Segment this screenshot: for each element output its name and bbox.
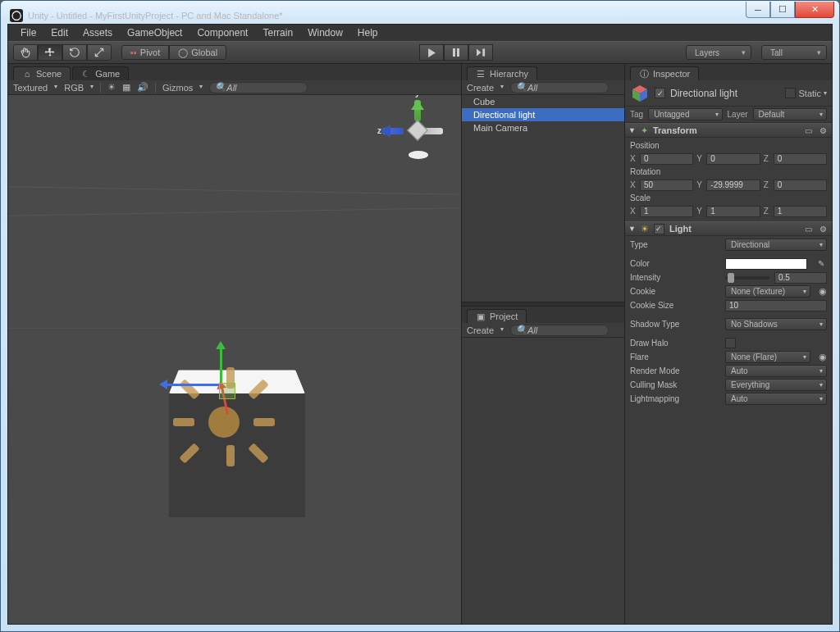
- tab-inspector[interactable]: ⓘInspector: [630, 66, 699, 80]
- intensity-field[interactable]: 0.5: [774, 272, 827, 284]
- pause-button[interactable]: [444, 44, 468, 61]
- scene-tabbar: ⌂Scene ☾Game: [8, 64, 461, 80]
- shading-dropdown[interactable]: Textured: [13, 83, 57, 93]
- app-root: File Edit Assets GameObject Component Te…: [7, 24, 833, 625]
- hierarchy-item-directional-light[interactable]: Directional light: [462, 108, 624, 121]
- gameobject-enabled-checkbox[interactable]: ✓: [655, 88, 665, 98]
- scale-z[interactable]: 1: [774, 206, 827, 217]
- culling-dropdown[interactable]: Everything: [725, 379, 827, 391]
- scene-subbar: Textured RGB ☀ ▦ 🔊 Gizmos 🔍All: [8, 80, 461, 95]
- window-titlebar[interactable]: ◯ Unity - Untitled - MyFirstUnityProject…: [7, 7, 833, 24]
- rotation-label: Rotation: [630, 166, 827, 178]
- intensity-slider[interactable]: 0.5: [725, 272, 827, 284]
- step-button[interactable]: [468, 44, 493, 61]
- menu-file[interactable]: File: [13, 25, 43, 40]
- hierarchy-item-cube[interactable]: Cube: [462, 95, 624, 108]
- menu-gameobject[interactable]: GameObject: [120, 25, 189, 40]
- hierarchy-item-main-camera[interactable]: Main Camera: [462, 121, 624, 134]
- rotation-z[interactable]: 0: [774, 180, 827, 191]
- gameobject-icon: [630, 84, 650, 103]
- light-enabled-checkbox[interactable]: ✓: [654, 224, 664, 234]
- menu-terrain[interactable]: Terrain: [255, 25, 300, 40]
- object-picker-icon[interactable]: ◉: [819, 352, 827, 362]
- scene-viewport[interactable]: y z: [8, 95, 461, 624]
- pivot-icon: ▪▪: [130, 48, 137, 57]
- hierarchy-create-dropdown[interactable]: Create: [467, 83, 504, 93]
- orient-center[interactable]: [407, 120, 427, 140]
- cookie-field[interactable]: None (Texture): [725, 285, 810, 298]
- hierarchy-subbar: Create 🔍All: [462, 80, 624, 95]
- orient-z-cone[interactable]: [382, 128, 404, 134]
- move-tool[interactable]: [38, 44, 62, 61]
- flare-field[interactable]: None (Flare): [725, 351, 810, 363]
- menu-window[interactable]: Window: [300, 25, 350, 40]
- static-toggle[interactable]: Static ▾: [785, 88, 827, 98]
- static-checkbox[interactable]: [785, 88, 796, 98]
- layout-dropdown[interactable]: Tall: [761, 45, 827, 60]
- maximize-button[interactable]: ☐: [770, 2, 795, 18]
- hierarchy-search[interactable]: 🔍All: [510, 82, 609, 93]
- gizmos-dropdown[interactable]: Gizmos: [162, 83, 203, 93]
- light-type-dropdown[interactable]: Directional: [725, 239, 827, 251]
- scale-y[interactable]: 1: [706, 206, 760, 217]
- hand-tool[interactable]: [13, 44, 38, 61]
- orientation-gizmo[interactable]: y z: [389, 100, 446, 166]
- scene-search[interactable]: 🔍All: [209, 82, 308, 93]
- foldout-arrow-icon[interactable]: ▼: [628, 126, 636, 134]
- scene-audio-toggle[interactable]: 🔊: [137, 82, 148, 93]
- drawhalo-checkbox[interactable]: [725, 338, 736, 348]
- rotation-x[interactable]: 50: [640, 180, 693, 191]
- orient-y-cone[interactable]: [414, 100, 421, 121]
- rotate-tool[interactable]: [62, 44, 87, 61]
- eyedropper-icon[interactable]: ✎: [815, 258, 827, 270]
- minimize-button[interactable]: ─: [746, 2, 770, 18]
- rotation-y[interactable]: -29.9999: [706, 180, 760, 191]
- menu-edit[interactable]: Edit: [43, 25, 75, 40]
- tag-dropdown[interactable]: Untagged: [648, 108, 722, 120]
- gear-icon[interactable]: ⚙: [817, 223, 829, 234]
- project-create-dropdown[interactable]: Create: [467, 325, 504, 335]
- gizmo-x-axis[interactable]: [162, 384, 220, 386]
- lightmap-dropdown[interactable]: Auto: [725, 393, 827, 405]
- position-x[interactable]: 0: [640, 153, 693, 165]
- object-picker-icon[interactable]: ◉: [819, 286, 827, 297]
- menu-component[interactable]: Component: [189, 25, 255, 40]
- help-icon[interactable]: ▭: [802, 125, 814, 136]
- menu-assets[interactable]: Assets: [75, 25, 120, 40]
- layers-dropdown[interactable]: Layers: [686, 45, 751, 60]
- cookiesize-label: Cookie Size: [630, 301, 720, 310]
- scale-x[interactable]: 1: [640, 206, 693, 217]
- gear-icon[interactable]: ⚙: [817, 125, 829, 136]
- pivot-button[interactable]: ▪▪Pivot: [121, 45, 169, 60]
- tab-hierarchy[interactable]: ☰Hierarchy: [467, 66, 537, 80]
- tab-scene[interactable]: ⌂Scene: [13, 66, 71, 80]
- scene-column: ⌂Scene ☾Game Textured RGB ☀ ▦ 🔊 Gizmos 🔍…: [8, 64, 462, 624]
- help-icon[interactable]: ▭: [802, 223, 814, 234]
- cookiesize-field[interactable]: 10: [725, 300, 827, 311]
- rendermode-dropdown[interactable]: RGB: [64, 83, 94, 93]
- directional-light-gizmo[interactable]: [208, 407, 240, 438]
- rendermode-dropdown[interactable]: Auto: [725, 365, 827, 377]
- close-button[interactable]: ✕: [795, 2, 834, 18]
- global-button[interactable]: ◯Global: [169, 45, 226, 60]
- gizmo-xy-plane[interactable]: [219, 383, 235, 399]
- globe-icon: ◯: [178, 48, 188, 58]
- layer-dropdown[interactable]: Default: [753, 108, 827, 120]
- shadowtype-dropdown[interactable]: No Shadows: [725, 318, 827, 330]
- scale-tool[interactable]: [87, 44, 112, 61]
- foldout-arrow-icon[interactable]: ▼: [628, 225, 636, 233]
- position-y[interactable]: 0: [706, 153, 760, 165]
- light-color-swatch[interactable]: [725, 258, 807, 270]
- light-component-header[interactable]: ▼ ☀ ✓ Light ▭ ⚙: [625, 221, 832, 236]
- tab-project[interactable]: ▣Project: [467, 309, 527, 323]
- scene-light-toggle[interactable]: ☀: [107, 82, 116, 93]
- menu-help[interactable]: Help: [350, 25, 386, 40]
- project-search[interactable]: 🔍All: [510, 325, 609, 336]
- position-z[interactable]: 0: [774, 153, 827, 165]
- gameobject-name[interactable]: Directional light: [670, 88, 780, 99]
- transform-component-header[interactable]: ▼ ✦ Transform ▭ ⚙: [625, 123, 832, 138]
- tab-game[interactable]: ☾Game: [72, 66, 129, 80]
- scene-grid-toggle[interactable]: ▦: [122, 82, 130, 93]
- transform-icon: ✦: [641, 125, 648, 136]
- play-button[interactable]: [419, 44, 444, 61]
